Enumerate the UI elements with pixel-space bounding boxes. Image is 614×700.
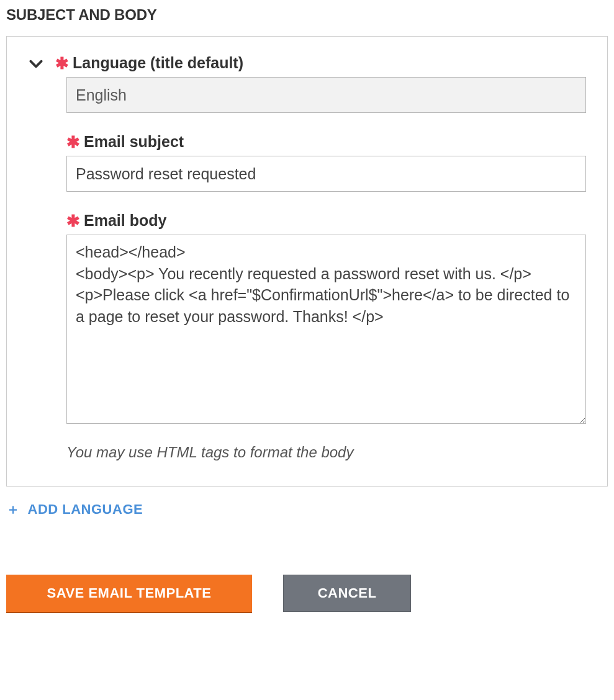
plus-icon: ＋ bbox=[6, 500, 20, 519]
email-body-textarea[interactable] bbox=[66, 235, 586, 424]
language-label: ✱ Language (title default) bbox=[55, 54, 243, 72]
add-language-label: ADD LANGUAGE bbox=[28, 501, 143, 518]
chevron-down-icon bbox=[28, 56, 44, 76]
subject-body-panel: ✱ Language (title default) English ✱ Ema… bbox=[6, 36, 608, 487]
email-subject-input[interactable] bbox=[66, 156, 586, 192]
body-hint: You may use HTML tags to format the body bbox=[66, 444, 586, 461]
body-label: ✱ Email body bbox=[66, 212, 586, 230]
subject-label: ✱ Email subject bbox=[66, 133, 586, 151]
language-value: English bbox=[66, 77, 586, 113]
section-title: SUBJECT AND BODY bbox=[6, 6, 608, 24]
language-block-header[interactable]: ✱ Language (title default) bbox=[28, 54, 586, 77]
language-label-text: Language (title default) bbox=[73, 54, 243, 72]
action-buttons: SAVE EMAIL TEMPLATE CANCEL bbox=[6, 575, 608, 612]
required-icon: ✱ bbox=[66, 134, 80, 150]
save-button[interactable]: SAVE EMAIL TEMPLATE bbox=[6, 575, 252, 612]
add-language-button[interactable]: ＋ ADD LANGUAGE bbox=[6, 500, 143, 519]
required-icon: ✱ bbox=[55, 55, 69, 71]
subject-label-text: Email subject bbox=[84, 133, 184, 151]
body-label-text: Email body bbox=[84, 212, 166, 230]
cancel-button[interactable]: CANCEL bbox=[283, 575, 411, 612]
required-icon: ✱ bbox=[66, 213, 80, 229]
